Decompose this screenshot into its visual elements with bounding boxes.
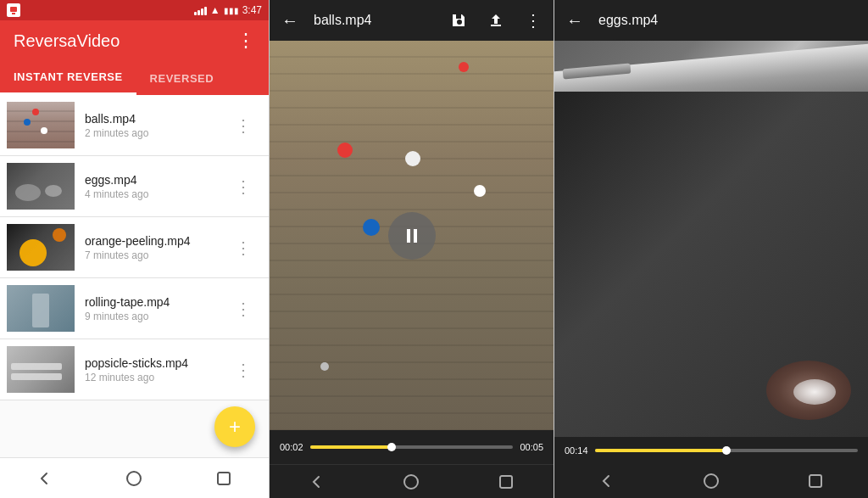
- file-info-balls: balls.mp4 2 minutes ago: [75, 112, 231, 139]
- preview-progress-bar[interactable]: [595, 449, 858, 452]
- file-time: 12 minutes ago: [85, 372, 231, 383]
- status-bar-left: [7, 3, 20, 17]
- progress-fill: [310, 445, 392, 449]
- svg-rect-7: [500, 476, 512, 488]
- current-time: 00:02: [280, 442, 303, 452]
- nav-recents-button[interactable]: [212, 467, 236, 490]
- file-thumbnail-balls: [7, 102, 75, 148]
- signal-bar-2: [198, 10, 200, 15]
- preview-back-button[interactable]: ←: [561, 7, 588, 34]
- signal-bar-4: [204, 7, 207, 15]
- tabs-bar: INSTANT REVERSE REVERSED: [0, 61, 269, 95]
- panel-file-list: ▲ ▮▮▮ 3:47 ReversaVideo ⋮ INSTANT REVERS…: [0, 0, 270, 498]
- progress-bar[interactable]: [310, 445, 514, 449]
- svg-rect-4: [407, 229, 410, 243]
- ball-white-mid: [405, 151, 420, 166]
- pause-button[interactable]: [388, 212, 436, 260]
- nav-home-button[interactable]: [699, 469, 723, 493]
- file-info-popsicle: popsicle-sticks.mp4 12 minutes ago: [75, 356, 231, 383]
- svg-rect-0: [10, 7, 17, 12]
- list-item[interactable]: eggs.mp4 4 minutes ago ⋮: [0, 156, 269, 217]
- file-time: 4 minutes ago: [85, 188, 231, 200]
- nav-back-button[interactable]: [305, 470, 329, 494]
- file-more-button[interactable]: ⋮: [231, 295, 255, 322]
- svg-rect-1: [12, 13, 15, 14]
- list-item[interactable]: orange-peeling.mp4 7 minutes ago ⋮: [0, 217, 269, 278]
- file-name: rolling-tape.mp4: [85, 295, 231, 309]
- list-item[interactable]: popsicle-sticks.mp4 12 minutes ago ⋮: [0, 339, 269, 400]
- ball-red-mid: [337, 143, 353, 158]
- list-item[interactable]: balls.mp4 2 minutes ago ⋮: [0, 95, 269, 156]
- preview-app-bar: ← eggs.mp4: [554, 0, 868, 41]
- nav-back-button[interactable]: [33, 467, 57, 490]
- list-item[interactable]: rolling-tape.mp4 9 minutes ago ⋮: [0, 278, 269, 339]
- panel-video-player: ← balls.mp4 ⋮: [270, 0, 554, 498]
- file-more-button[interactable]: ⋮: [231, 112, 255, 139]
- signal-bar-3: [201, 8, 203, 15]
- preview-current-time: 00:14: [565, 445, 588, 456]
- status-bar-right: ▲ ▮▮▮ 3:47: [194, 4, 262, 16]
- app-title: ReversaVideo: [14, 31, 120, 51]
- preview-video-area[interactable]: [554, 41, 868, 437]
- player-back-button[interactable]: ←: [276, 7, 303, 34]
- preview-progress-fill: [595, 449, 726, 452]
- file-more-button[interactable]: ⋮: [231, 234, 255, 261]
- svg-rect-3: [218, 473, 230, 484]
- signal-bars: [194, 5, 207, 15]
- wifi-icon: ▲: [210, 4, 220, 16]
- status-bar: ▲ ▮▮▮ 3:47: [0, 0, 269, 20]
- file-list: balls.mp4 2 minutes ago ⋮ eggs.mp4 4 min…: [0, 95, 269, 457]
- svg-point-8: [704, 474, 718, 488]
- file-thumbnail-popsicle: [7, 346, 75, 393]
- preview-controls: 00:14: [554, 437, 868, 464]
- file-thumbnail-tape: [7, 285, 75, 332]
- file-name: balls.mp4: [85, 112, 231, 126]
- player-save-button[interactable]: [445, 7, 472, 34]
- nav-home-button[interactable]: [122, 467, 146, 490]
- nav-home-button[interactable]: [399, 470, 423, 494]
- progress-thumb: [387, 443, 396, 451]
- ball-blue: [363, 219, 380, 236]
- svg-rect-5: [414, 229, 417, 243]
- preview-bottom-nav: [554, 464, 868, 498]
- svg-point-2: [127, 472, 141, 485]
- app-bar: ReversaVideo ⋮: [0, 20, 269, 61]
- file-time: 9 minutes ago: [85, 311, 231, 322]
- ball-white-small: [474, 185, 486, 197]
- file-info-orange: orange-peeling.mp4 7 minutes ago: [75, 234, 231, 261]
- panel-preview: ← eggs.mp4 00:14: [554, 0, 868, 498]
- file-thumbnail-eggs: [7, 163, 75, 210]
- player-share-button[interactable]: [482, 7, 509, 34]
- fab-add-button[interactable]: +: [214, 406, 255, 447]
- file-name: eggs.mp4: [85, 173, 231, 187]
- ball-red-top: [459, 62, 469, 72]
- signal-bar-1: [194, 12, 197, 15]
- player-more-button[interactable]: ⋮: [520, 7, 547, 34]
- stovetop-overlay: [554, 41, 868, 437]
- svg-point-6: [404, 475, 418, 489]
- preview-title: eggs.mp4: [598, 13, 861, 28]
- file-info-tape: rolling-tape.mp4 9 minutes ago: [75, 295, 231, 322]
- tab-instant-reverse[interactable]: INSTANT REVERSE: [0, 61, 136, 95]
- file-info-eggs: eggs.mp4 4 minutes ago: [75, 173, 231, 200]
- file-name: orange-peeling.mp4: [85, 234, 231, 248]
- nav-back-button[interactable]: [595, 469, 619, 493]
- player-controls: 00:02 00:05: [270, 430, 554, 464]
- file-name: popsicle-sticks.mp4: [85, 356, 231, 370]
- file-thumbnail-orange: [7, 224, 75, 271]
- nav-recents-button[interactable]: [804, 469, 827, 493]
- file-more-button[interactable]: ⋮: [231, 173, 255, 200]
- file-time: 7 minutes ago: [85, 249, 231, 261]
- file-more-button[interactable]: ⋮: [231, 356, 255, 383]
- bottom-nav: [0, 457, 269, 498]
- notification-icon: [7, 3, 20, 17]
- battery-icon: ▮▮▮: [224, 6, 239, 15]
- status-time: 3:47: [242, 4, 262, 16]
- nav-recents-button[interactable]: [494, 470, 518, 494]
- video-area[interactable]: [270, 41, 554, 430]
- app-more-button[interactable]: ⋮: [236, 30, 255, 52]
- player-app-bar: ← balls.mp4 ⋮: [270, 0, 554, 41]
- tab-reversed[interactable]: REVERSED: [136, 61, 228, 95]
- file-time: 2 minutes ago: [85, 127, 231, 139]
- ball-small-bottom: [320, 362, 329, 371]
